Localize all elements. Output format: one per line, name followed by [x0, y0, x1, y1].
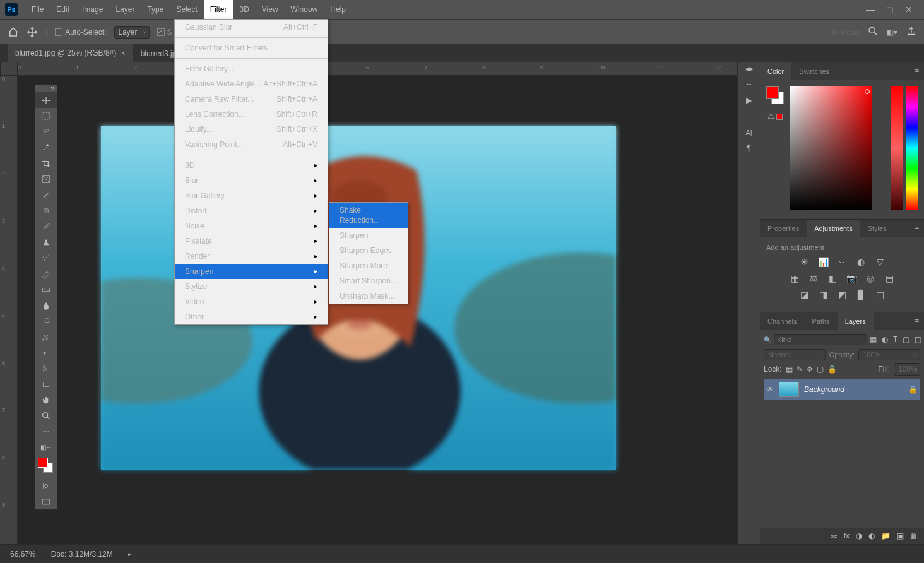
sharpen-submenu-item[interactable]: Sharpen: [329, 228, 408, 243]
magic-wand-tool[interactable]: [35, 139, 57, 155]
tool-panel-collapse[interactable]: »: [35, 85, 57, 92]
layer-mask-icon[interactable]: ◑: [856, 531, 862, 540]
dodge-tool[interactable]: [35, 313, 57, 329]
gradient-tool[interactable]: [35, 282, 57, 297]
photo-filter-icon[interactable]: 📷: [845, 273, 858, 284]
sharpen-submenu-item[interactable]: Unsharp Mask...: [329, 288, 408, 304]
threshold-icon[interactable]: ◩: [836, 289, 848, 300]
ruler-vertical[interactable]: 012345678910: [0, 76, 18, 544]
crop-tool[interactable]: [35, 155, 57, 171]
balance-icon[interactable]: ⚖: [807, 273, 820, 284]
menu-edit[interactable]: Edit: [50, 0, 76, 19]
pen-tool[interactable]: [35, 329, 57, 345]
levels-icon[interactable]: 📊: [817, 256, 829, 268]
show-transform-checkbox[interactable]: S: [157, 28, 172, 37]
lock-position-icon[interactable]: ✥: [807, 365, 813, 374]
search-icon[interactable]: [868, 26, 878, 38]
menu-file[interactable]: File: [25, 0, 50, 19]
invert-icon[interactable]: ◪: [798, 289, 810, 300]
filter-menu-item[interactable]: Vanishing Point...Alt+Ctrl+V: [175, 137, 328, 152]
autoselect-checkbox[interactable]: Auto-Select:: [55, 28, 106, 37]
quick-mask-icon[interactable]: [35, 478, 57, 494]
panel-menu-icon[interactable]: ≡: [909, 317, 924, 326]
color-swatches[interactable]: [35, 455, 57, 478]
character-icon[interactable]: A|: [745, 129, 752, 136]
panel-menu-icon[interactable]: ≡: [909, 224, 924, 233]
menu-help[interactable]: Help: [324, 0, 352, 19]
link-layers-icon[interactable]: ⫘: [830, 531, 838, 540]
filter-menu-item[interactable]: 3D: [175, 158, 328, 173]
color-picker[interactable]: ⚠: [760, 80, 924, 219]
brush-tool[interactable]: [35, 218, 57, 234]
type-tool[interactable]: T: [35, 345, 57, 360]
move-tool-icon[interactable]: [27, 27, 38, 38]
color-field[interactable]: [790, 86, 872, 210]
close-tab-icon[interactable]: ×: [121, 49, 125, 57]
hand-tool[interactable]: [35, 392, 57, 408]
menu-layer[interactable]: Layer: [109, 0, 141, 19]
eraser-tool[interactable]: [35, 266, 57, 282]
exposure-icon[interactable]: ◐: [855, 256, 867, 268]
vibrance-icon[interactable]: ▽: [874, 256, 886, 268]
eyedropper-tool[interactable]: [35, 187, 57, 203]
filter-menu-item[interactable]: Distort: [175, 203, 328, 218]
menu-3d[interactable]: 3D: [233, 0, 255, 19]
menu-view[interactable]: View: [256, 0, 285, 19]
menu-filter[interactable]: Filter: [204, 0, 234, 19]
play-icon[interactable]: ▶: [746, 96, 752, 105]
visibility-icon[interactable]: 👁: [766, 385, 774, 394]
layer-thumbnail[interactable]: [779, 382, 799, 397]
channel-mixer-icon[interactable]: ◎: [864, 273, 877, 284]
filter-menu-item[interactable]: Render: [175, 249, 328, 264]
filter-menu-item[interactable]: Adaptive Wide Angle...Alt+Shift+Ctrl+A: [175, 76, 328, 92]
saturation-strip[interactable]: [891, 86, 903, 210]
menu-select[interactable]: Select: [170, 0, 203, 19]
filter-menu-item[interactable]: Lens Correction...Shift+Ctrl+R: [175, 107, 328, 122]
tab-properties[interactable]: Properties: [760, 220, 807, 237]
layer-name[interactable]: Background: [804, 385, 844, 394]
brightness-icon[interactable]: ☀: [798, 256, 810, 268]
lock-artboard-icon[interactable]: ▢: [817, 365, 824, 374]
curves-icon[interactable]: 〰: [836, 256, 848, 268]
lasso-tool[interactable]: [35, 124, 57, 139]
workspace-icon[interactable]: ◧▾: [887, 28, 897, 37]
lookup-icon[interactable]: ▤: [883, 273, 896, 284]
tab-color[interactable]: Color: [760, 62, 791, 80]
opacity-field[interactable]: 100%: [858, 349, 920, 360]
zoom-level[interactable]: 66,67%: [10, 550, 36, 559]
tab-swatches[interactable]: Swatches: [791, 62, 837, 80]
filter-menu-item[interactable]: Sharpen: [175, 264, 328, 279]
path-select-tool[interactable]: [35, 360, 57, 376]
home-icon[interactable]: [8, 27, 19, 38]
filter-menu-item[interactable]: Blur Gallery: [175, 188, 328, 203]
move-tool[interactable]: [35, 92, 57, 108]
screen-mode-icon[interactable]: [35, 494, 57, 509]
new-layer-icon[interactable]: ▣: [897, 531, 904, 540]
ruler-horizontal[interactable]: 0123456789101112: [18, 62, 737, 76]
filter-menu-item[interactable]: Filter Gallery...: [175, 61, 328, 76]
history-icon[interactable]: ↔: [745, 80, 753, 88]
layer-background[interactable]: 👁 Background 🔒: [764, 379, 920, 400]
sharpen-submenu-item[interactable]: Shake Reduction...: [329, 203, 408, 228]
minimize-icon[interactable]: —: [866, 4, 875, 15]
collapse-arrows-icon[interactable]: ◀▶: [745, 66, 754, 72]
filter-menu-item[interactable]: Pixelate: [175, 234, 328, 249]
filter-menu-item[interactable]: Video: [175, 294, 328, 309]
filter-menu-item[interactable]: Stylize: [175, 279, 328, 294]
tab-adjustments[interactable]: Adjustments: [807, 220, 860, 237]
menu-type[interactable]: Type: [141, 0, 170, 19]
adjustment-layer-icon[interactable]: ◐: [868, 531, 875, 540]
edit-toolbar[interactable]: ◧↔: [35, 439, 57, 455]
marquee-tool[interactable]: [35, 108, 57, 124]
filter-menu-item[interactable]: Blur: [175, 173, 328, 188]
doc-size[interactable]: Doc: 3,12M/3,12M: [51, 550, 113, 559]
clone-stamp-tool[interactable]: [35, 234, 57, 250]
lock-pixels-icon[interactable]: ▦: [786, 365, 793, 374]
blur-tool[interactable]: [35, 297, 57, 313]
bw-icon[interactable]: ◧: [826, 273, 839, 284]
filter-shape-icon[interactable]: ▢: [903, 335, 909, 344]
close-icon[interactable]: ✕: [905, 4, 913, 15]
hue-icon[interactable]: ▦: [788, 273, 801, 284]
tab-paths[interactable]: Paths: [804, 312, 837, 330]
hue-strip[interactable]: [906, 86, 918, 210]
